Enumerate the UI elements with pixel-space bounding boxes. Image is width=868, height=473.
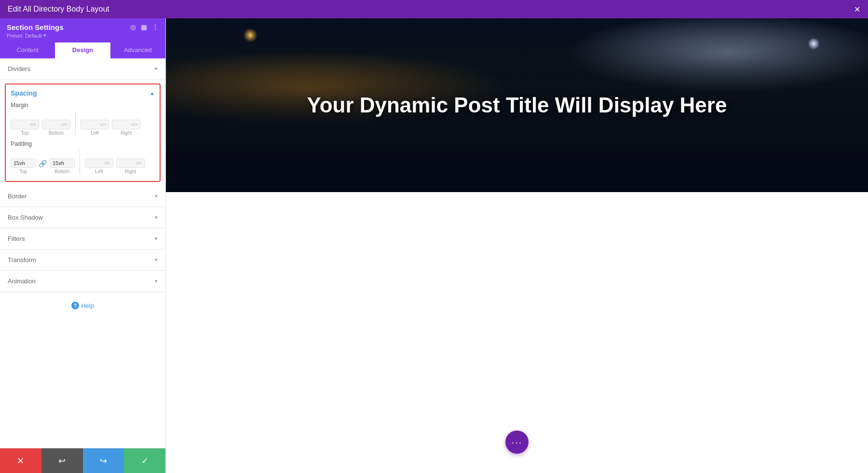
padding-right-wrapper[interactable]: </> xyxy=(116,158,145,168)
padding-bottom-label: Bottom xyxy=(54,169,70,174)
tab-advanced[interactable]: Advanced xyxy=(110,42,165,58)
margin-label: Margin xyxy=(11,102,155,109)
border-label: Border xyxy=(8,193,27,200)
padding-bottom-group: Bottom xyxy=(50,158,75,174)
help-icon: ? xyxy=(71,302,79,309)
main-layout: Section Settings Preset: Default ▾ ◎ ▦ ⋮… xyxy=(0,18,868,473)
box-shadow-chevron: ▾ xyxy=(155,214,158,221)
padding-right-label: Right xyxy=(125,169,136,174)
animation-section: Animation ▾ xyxy=(0,271,165,292)
padding-top-label: Top xyxy=(19,169,27,174)
margin-row: </> Top </> Bottom xyxy=(11,111,155,136)
transform-section: Transform ▾ xyxy=(0,250,165,271)
spacing-label: Spacing xyxy=(11,89,37,97)
padding-top-group: Top xyxy=(11,158,36,174)
filters-header[interactable]: Filters ▾ xyxy=(0,228,165,249)
animation-label: Animation xyxy=(8,278,36,285)
padding-left-unit: </> xyxy=(104,161,110,166)
filters-chevron: ▾ xyxy=(155,236,158,242)
padding-right-group: </> Right xyxy=(116,158,145,174)
margin-bottom-wrapper[interactable]: </> xyxy=(42,120,70,129)
spacing-section: Spacing ▲ Margin </> Top xyxy=(5,83,161,182)
lamp-glow-left xyxy=(243,28,258,42)
margin-right-group: </> Right xyxy=(112,120,140,136)
transform-chevron: ▾ xyxy=(155,257,158,263)
dividers-section: Dividers ▾ xyxy=(0,58,165,80)
animation-header[interactable]: Animation ▾ xyxy=(0,271,165,292)
section-settings-title: Section Settings xyxy=(7,23,64,31)
margin-divider xyxy=(75,111,76,136)
padding-left-group: </> Left xyxy=(85,158,113,174)
border-section: Border ▾ xyxy=(0,186,165,207)
margin-left-group: </> Left xyxy=(81,120,109,136)
margin-bottom-unit: </> xyxy=(61,122,68,127)
dividers-chevron: ▾ xyxy=(155,66,158,72)
padding-left-input[interactable] xyxy=(88,160,104,166)
padding-left-wrapper[interactable]: </> xyxy=(85,158,113,168)
hero-title: Your Dynamic Post Title Will Display Her… xyxy=(288,93,746,118)
close-button[interactable]: ✕ xyxy=(854,5,860,14)
save-button[interactable]: ✓ xyxy=(124,448,165,473)
grid-icon[interactable]: ▦ xyxy=(141,23,147,31)
dividers-header[interactable]: Dividers ▾ xyxy=(0,58,165,79)
border-chevron: ▾ xyxy=(155,193,158,199)
help-label: Help xyxy=(81,302,94,309)
padding-top-wrapper[interactable] xyxy=(11,158,36,168)
redo-button[interactable]: ↪ xyxy=(83,448,124,473)
fab-label: ··· xyxy=(512,437,523,448)
margin-right-label: Right xyxy=(121,130,132,136)
padding-right-input[interactable] xyxy=(119,160,136,166)
transform-label: Transform xyxy=(8,256,36,264)
margin-left-unit: </> xyxy=(100,122,106,127)
padding-right-unit: </> xyxy=(136,161,142,166)
margin-top-wrapper[interactable]: </> xyxy=(11,120,39,129)
margin-top-label: Top xyxy=(21,130,28,136)
box-shadow-header[interactable]: Box Shadow ▾ xyxy=(0,207,165,228)
margin-bottom-group: </> Bottom xyxy=(42,120,70,136)
margin-bottom-input[interactable] xyxy=(45,122,61,127)
hero-section: Your Dynamic Post Title Will Display Her… xyxy=(166,18,868,192)
preset-selector[interactable]: Preset: Default ▾ xyxy=(7,32,64,39)
padding-top-input[interactable] xyxy=(14,160,30,166)
tabs-bar: Content Design Advanced xyxy=(0,42,165,58)
content-area: Your Dynamic Post Title Will Display Her… xyxy=(166,18,868,473)
undo-button[interactable]: ↩ xyxy=(41,448,83,473)
link-chain-icon: 🔗 xyxy=(39,160,47,167)
padding-link-icon[interactable]: 🔗 xyxy=(39,160,47,174)
tab-design[interactable]: Design xyxy=(55,42,110,58)
target-icon[interactable]: ◎ xyxy=(130,23,136,31)
padding-bottom-input[interactable] xyxy=(53,160,69,166)
animation-chevron: ▾ xyxy=(155,278,158,284)
spacing-title: Spacing ▲ xyxy=(11,89,155,97)
sidebar-content: Dividers ▾ Spacing ▲ Margin < xyxy=(0,58,165,448)
margin-right-input[interactable] xyxy=(115,122,131,127)
transform-header[interactable]: Transform ▾ xyxy=(0,250,165,270)
tab-content[interactable]: Content xyxy=(0,42,55,58)
sidebar: Section Settings Preset: Default ▾ ◎ ▦ ⋮… xyxy=(0,18,166,473)
margin-right-unit: </> xyxy=(131,122,137,127)
cancel-button[interactable]: ✕ xyxy=(0,448,41,473)
preset-label: Preset: Default xyxy=(7,33,42,39)
more-icon[interactable]: ⋮ xyxy=(152,23,159,31)
padding-divider xyxy=(80,150,80,174)
margin-top-unit: </> xyxy=(30,122,36,127)
margin-left-wrapper[interactable]: </> xyxy=(81,120,109,129)
margin-left-input[interactable] xyxy=(83,122,100,127)
padding-row: Top 🔗 Bottom xyxy=(11,150,155,174)
margin-top-input[interactable] xyxy=(14,122,30,127)
box-shadow-label: Box Shadow xyxy=(8,214,43,221)
lamp-glow-right xyxy=(808,38,820,50)
top-bar: Edit All Directory Body Layout ✕ xyxy=(0,0,868,18)
margin-right-wrapper[interactable]: </> xyxy=(112,120,140,129)
filters-section: Filters ▾ xyxy=(0,228,165,250)
spacing-collapse-icon[interactable]: ▲ xyxy=(149,90,155,96)
border-header[interactable]: Border ▾ xyxy=(0,186,165,207)
section-header-icons: ◎ ▦ ⋮ xyxy=(130,23,159,31)
padding-bottom-wrapper[interactable] xyxy=(50,158,75,168)
fab-button[interactable]: ··· xyxy=(505,431,529,454)
top-bar-title: Edit All Directory Body Layout xyxy=(8,5,109,14)
section-header: Section Settings Preset: Default ▾ ◎ ▦ ⋮ xyxy=(0,18,165,42)
help-link[interactable]: ? Help xyxy=(10,302,156,309)
padding-label: Padding xyxy=(11,140,155,147)
margin-top-group: </> Top xyxy=(11,120,39,136)
